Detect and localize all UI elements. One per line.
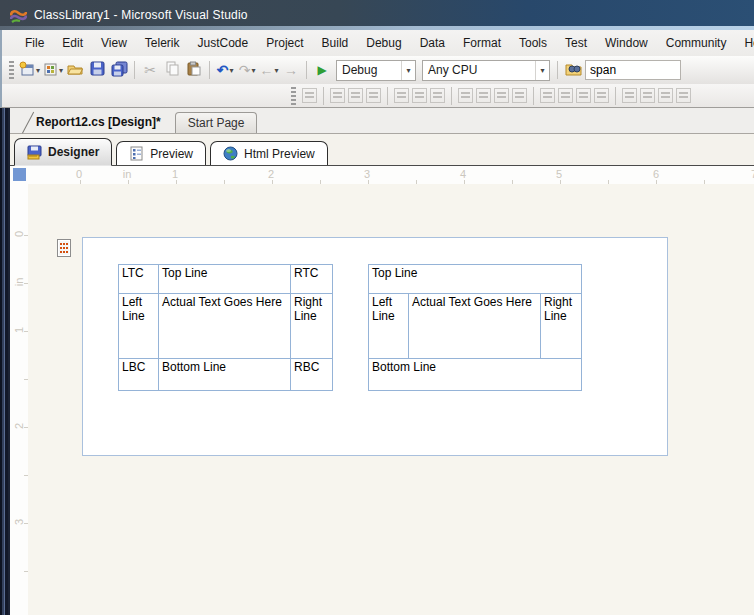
ruler-origin-box[interactable]: [13, 168, 26, 181]
paste-button[interactable]: [184, 59, 204, 81]
align-bottoms-icon[interactable]: [430, 88, 445, 103]
toolbar-grip[interactable]: [9, 61, 14, 79]
table-cell[interactable]: Actual Text Goes Here: [409, 294, 541, 359]
find-in-files-button[interactable]: [563, 59, 583, 81]
horizontal-spacing-decrease-icon[interactable]: [576, 88, 591, 103]
same-width-icon[interactable]: [458, 88, 473, 103]
align-middles-icon[interactable]: [412, 88, 427, 103]
play-icon: ▶: [317, 64, 326, 76]
menu-view[interactable]: View: [92, 32, 136, 54]
dropdown-arrow-icon[interactable]: ▾: [59, 66, 63, 75]
menu-build[interactable]: Build: [313, 32, 358, 54]
table-cell[interactable]: Actual Text Goes Here: [159, 294, 291, 359]
new-project-button[interactable]: ▾: [19, 59, 40, 81]
toolbar-separator: [387, 87, 388, 105]
cut-button[interactable]: ✂: [140, 59, 160, 81]
align-centers-icon[interactable]: [348, 88, 363, 103]
dropdown-arrow-icon[interactable]: ▾: [36, 66, 40, 75]
tab-preview[interactable]: Preview: [116, 141, 206, 165]
redo-button[interactable]: ↷ ▾: [237, 59, 257, 81]
copy-button[interactable]: [162, 59, 182, 81]
align-rights-icon[interactable]: [366, 88, 381, 103]
detail-section-icon[interactable]: [57, 239, 71, 257]
table-cell[interactable]: Left Line: [369, 294, 409, 359]
tab-html-preview[interactable]: Html Preview: [210, 141, 328, 165]
table-cell[interactable]: Bottom Line: [369, 359, 582, 391]
table-cell[interactable]: LBC: [119, 359, 159, 391]
menu-tools[interactable]: Tools: [510, 32, 556, 54]
table-cell[interactable]: RTC: [291, 265, 333, 294]
build-configuration-value: Debug: [342, 63, 377, 77]
menu-window[interactable]: Window: [596, 32, 657, 54]
vertical-spacing-equal-icon[interactable]: [622, 88, 637, 103]
build-configuration-combo[interactable]: Debug ▾: [336, 60, 416, 81]
save-all-button[interactable]: [109, 59, 129, 81]
align-lefts-icon[interactable]: [330, 88, 345, 103]
horizontal-spacing-remove-icon[interactable]: [594, 88, 609, 103]
dropdown-arrow-icon[interactable]: ▾: [401, 61, 415, 80]
horizontal-spacing-increase-icon[interactable]: [558, 88, 573, 103]
tab-start-page[interactable]: Start Page: [175, 112, 258, 133]
tab-html-preview-label: Html Preview: [244, 147, 315, 161]
html-preview-globe-icon: [223, 146, 238, 161]
menu-bar: File Edit View Telerik JustCode Project …: [0, 30, 754, 56]
horizontal-ruler[interactable]: 0 in 1 2 3 4 5 6 7: [10, 166, 754, 184]
add-new-item-button[interactable]: ▾: [42, 59, 63, 81]
snap-to-grid-icon[interactable]: [302, 88, 317, 103]
menu-telerik[interactable]: Telerik: [136, 32, 189, 54]
navigate-backward-button[interactable]: ← ▾: [259, 59, 279, 81]
redo-icon: ↷: [239, 63, 251, 77]
table-cell[interactable]: Top Line: [159, 265, 291, 294]
ruler-label: 7: [746, 168, 754, 180]
undo-button[interactable]: ↶ ▾: [215, 59, 235, 81]
tab-designer-label: Designer: [48, 145, 99, 159]
menu-edit[interactable]: Edit: [53, 32, 92, 54]
visual-studio-logo-icon: [10, 7, 27, 24]
toolbar-separator: [306, 61, 307, 79]
table-cell[interactable]: Right Line: [541, 294, 582, 359]
find-combo-input[interactable]: [585, 60, 681, 80]
menu-file[interactable]: File: [16, 32, 53, 54]
same-height-icon[interactable]: [476, 88, 491, 103]
menu-test[interactable]: Test: [556, 32, 596, 54]
table-cell[interactable]: Right Line: [291, 294, 333, 359]
size-to-grid-icon[interactable]: [512, 88, 527, 103]
same-size-icon[interactable]: [494, 88, 509, 103]
platform-combo[interactable]: Any CPU ▾: [422, 60, 550, 81]
dropdown-arrow-icon[interactable]: ▾: [229, 66, 233, 75]
tab-designer[interactable]: Designer: [14, 138, 112, 166]
table-cell[interactable]: RBC: [291, 359, 333, 391]
visual-studio-window: ClassLibrary1 - Microsoft Visual Studio …: [0, 0, 754, 615]
menu-project[interactable]: Project: [257, 32, 312, 54]
dropdown-arrow-icon[interactable]: ▾: [251, 66, 255, 75]
open-file-button[interactable]: [65, 59, 85, 81]
horizontal-spacing-equal-icon[interactable]: [540, 88, 555, 103]
save-button[interactable]: [87, 59, 107, 81]
tab-preview-label: Preview: [150, 147, 193, 161]
vertical-spacing-increase-icon[interactable]: [640, 88, 655, 103]
table-cell[interactable]: Bottom Line: [159, 359, 291, 391]
vertical-spacing-remove-icon[interactable]: [676, 88, 691, 103]
menu-format[interactable]: Format: [454, 32, 510, 54]
menu-community[interactable]: Community: [657, 32, 736, 54]
menu-debug[interactable]: Debug: [357, 32, 410, 54]
toolbar-grip[interactable]: [291, 87, 296, 105]
titlebar[interactable]: ClassLibrary1 - Microsoft Visual Studio: [0, 0, 754, 30]
vertical-spacing-decrease-icon[interactable]: [658, 88, 673, 103]
dropdown-arrow-icon[interactable]: ▾: [275, 66, 279, 75]
dropdown-arrow-icon[interactable]: ▾: [535, 61, 549, 80]
menu-justcode[interactable]: JustCode: [189, 32, 258, 54]
navigate-forward-button[interactable]: →: [281, 59, 301, 81]
start-debugging-button[interactable]: ▶: [312, 59, 332, 81]
align-tops-icon[interactable]: [394, 88, 409, 103]
menu-data[interactable]: Data: [411, 32, 454, 54]
tab-report12-design[interactable]: Report12.cs [Design]*: [16, 111, 173, 133]
table-without-corners[interactable]: Top Line Left Line Actual Text Goes Here…: [368, 264, 582, 391]
table-cell[interactable]: Left Line: [119, 294, 159, 359]
table-cell[interactable]: LTC: [119, 265, 159, 294]
ruler-label: 3: [359, 168, 375, 180]
vertical-ruler[interactable]: 0 in 1 2 3: [10, 184, 28, 615]
table-with-corners[interactable]: LTC Top Line RTC Left Line Actual Text G…: [118, 264, 333, 391]
menu-help[interactable]: Help: [735, 32, 754, 54]
table-cell[interactable]: Top Line: [369, 265, 582, 294]
